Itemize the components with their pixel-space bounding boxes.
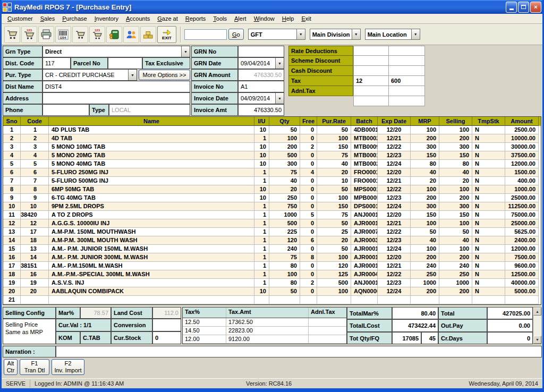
grid-cell[interactable] bbox=[254, 296, 269, 304]
grid-row[interactable]: 445 MONO 20MG TAB10500075MTB000112/23150… bbox=[3, 151, 541, 160]
grid-cell[interactable]: 200 bbox=[439, 287, 472, 296]
grid-row[interactable]: 1816A.M.-P.M.-SPECIAL 300ML M.WASH110001… bbox=[3, 270, 541, 279]
grid-cell[interactable]: 1 bbox=[254, 202, 269, 211]
grid-cell[interactable]: 10 bbox=[254, 151, 269, 160]
grid-cell[interactable]: 5 MONO 40MG TAB bbox=[49, 160, 254, 168]
grid-cell[interactable]: 19 bbox=[21, 279, 49, 287]
grid-cell[interactable]: 9PM 2.5ML DROPS bbox=[49, 202, 254, 211]
summary-scrollbar[interactable]: ▲ ▼ bbox=[533, 307, 542, 344]
grid-cell[interactable]: 12 bbox=[3, 219, 21, 228]
grid-cell[interactable]: 20 bbox=[411, 177, 439, 185]
grid-cell[interactable]: A.M-P.M. 150ML MOUTHWASH bbox=[49, 228, 254, 236]
grid-cell[interactable]: 12/23 bbox=[378, 236, 411, 245]
grid-cell[interactable]: 50 bbox=[317, 219, 351, 228]
grid-cell[interactable]: 40 bbox=[411, 168, 439, 177]
grid-cell[interactable]: 16 bbox=[3, 253, 21, 262]
grid-row[interactable]: 1738151A.M.- P.M.150ML M.WASH1800120AJR0… bbox=[3, 262, 541, 270]
grid-cell[interactable]: 9600.00 bbox=[505, 262, 539, 270]
grid-cell[interactable]: 6-TG 40MG TAB bbox=[49, 194, 254, 202]
grid-cell[interactable]: 38420 bbox=[21, 211, 49, 219]
grid-cell[interactable]: MTB0002 bbox=[351, 134, 378, 143]
grid-cell[interactable]: N bbox=[472, 279, 505, 287]
grid-cell[interactable]: 100 bbox=[317, 194, 351, 202]
grid-cell[interactable]: N bbox=[472, 143, 505, 151]
grid-cell[interactable] bbox=[300, 296, 317, 304]
grid-cell[interactable]: 125 bbox=[317, 270, 351, 279]
grid-cell[interactable]: 2500.00 bbox=[505, 126, 539, 134]
grid-cell[interactable]: 10000.00 bbox=[505, 134, 539, 143]
grid-cell[interactable]: 10 bbox=[254, 287, 269, 296]
chevron-down-icon[interactable]: ▼ bbox=[128, 70, 137, 80]
grid-cell[interactable]: 1000 bbox=[439, 279, 472, 287]
grid-cell[interactable]: 80 bbox=[439, 160, 472, 168]
grid-cell[interactable]: 12/22 bbox=[378, 185, 411, 194]
grid-cell[interactable]: N bbox=[472, 134, 505, 143]
grid-cell[interactable]: 12/21 bbox=[378, 177, 411, 185]
grid-cell[interactable]: AJR0001 bbox=[351, 245, 378, 253]
grid-row[interactable]: 996-TG 40MG TAB102500100MPB000512/232002… bbox=[3, 194, 541, 202]
grid-cell[interactable]: 240 bbox=[439, 262, 472, 270]
go-button[interactable]: Go bbox=[228, 29, 244, 40]
grid-cell[interactable]: AJR0003 bbox=[351, 236, 378, 245]
grid-cell[interactable]: 50 bbox=[317, 245, 351, 253]
grid-cell[interactable]: N bbox=[472, 287, 505, 296]
grid-cell[interactable]: 0 bbox=[300, 185, 317, 194]
grid-cell[interactable]: 12/21 bbox=[378, 134, 411, 143]
grid-cell[interactable]: A.M.- P.M. JUNIOR 300ML M.WASH bbox=[49, 253, 254, 262]
grid-row[interactable]: 114D PLUS TAB10500504DB000112/20100100N2… bbox=[3, 126, 541, 134]
grid-cell[interactable]: 120 bbox=[269, 236, 300, 245]
grid-cell[interactable]: N bbox=[472, 245, 505, 253]
grid-cell[interactable]: 225 bbox=[269, 228, 300, 236]
grid-cell[interactable]: 5-FLURO 500MG INJ bbox=[49, 177, 254, 185]
grid-row[interactable]: 886MP 50MG TAB1020050MPS000112/22100100N… bbox=[3, 185, 541, 194]
grid-cell[interactable]: 400.00 bbox=[505, 177, 539, 185]
grid-cell[interactable]: 0 bbox=[300, 194, 317, 202]
grid-cell[interactable]: 300 bbox=[439, 143, 472, 151]
grid-cell[interactable]: 40000.00 bbox=[505, 279, 539, 287]
grid-cell[interactable]: 40 bbox=[439, 168, 472, 177]
fn-button-f1[interactable]: F1Tran Dtl bbox=[20, 359, 49, 375]
grid-cell[interactable]: 250 bbox=[411, 270, 439, 279]
grid-cell[interactable]: 6 bbox=[3, 168, 21, 177]
grid-cell[interactable]: 100 bbox=[439, 219, 472, 228]
grid-cell[interactable]: ANJ0001 bbox=[351, 279, 378, 287]
grid-cell[interactable]: 0 bbox=[300, 245, 317, 253]
grid-cell[interactable]: 300 bbox=[411, 143, 439, 151]
deduction-value-1[interactable] bbox=[353, 86, 389, 96]
chevron-down-icon[interactable]: ▼ bbox=[275, 93, 284, 104]
deduction-value-1[interactable] bbox=[353, 66, 389, 76]
grid-cell[interactable]: 4DB0001 bbox=[351, 126, 378, 134]
grid-cell[interactable]: 9 bbox=[3, 194, 21, 202]
grid-cell[interactable]: 5625.00 bbox=[505, 228, 539, 236]
grid-cell[interactable]: 12/23 bbox=[378, 194, 411, 202]
menu-item-window[interactable]: Window bbox=[250, 14, 278, 23]
grid-row[interactable]: 335 MONO 10MG TAB102002150MTB000912/2230… bbox=[3, 143, 541, 151]
grid-cell[interactable]: 8 bbox=[3, 185, 21, 194]
grid-cell[interactable]: N bbox=[472, 202, 505, 211]
grid-cell[interactable]: 12500.00 bbox=[505, 270, 539, 279]
grid-cell[interactable]: 200 bbox=[411, 194, 439, 202]
grid-cell[interactable]: N bbox=[472, 126, 505, 134]
grid-cell[interactable]: 0 bbox=[300, 270, 317, 279]
grid-cell[interactable]: 75 bbox=[317, 211, 351, 219]
scroll-up-icon[interactable]: ▲ bbox=[533, 308, 541, 316]
dist-name-field[interactable]: DIST4 bbox=[42, 81, 190, 92]
grid-cell[interactable]: 12/21 bbox=[378, 262, 411, 270]
grid-cell[interactable]: FRO0001 bbox=[351, 177, 378, 185]
grid-cell[interactable]: 12/24 bbox=[378, 160, 411, 168]
menu-item-tools[interactable]: Tools bbox=[209, 14, 231, 23]
users-icon[interactable] bbox=[123, 26, 139, 43]
grid-cell[interactable]: AQN0000 bbox=[351, 287, 378, 296]
grid-cell[interactable]: 100 bbox=[439, 245, 472, 253]
grid-cell[interactable]: 25000.00 bbox=[505, 219, 539, 228]
grid-cell[interactable]: 1000 bbox=[411, 279, 439, 287]
grid-cell[interactable]: 0 bbox=[300, 177, 317, 185]
grid-row[interactable]: 224D TAB11000100MTB000212/21200200N10000… bbox=[3, 134, 541, 143]
grid-cell[interactable]: 17 bbox=[3, 262, 21, 270]
chevron-down-icon[interactable]: ▼ bbox=[181, 46, 190, 57]
grid-cell[interactable] bbox=[378, 296, 411, 304]
grn-no-field[interactable] bbox=[238, 46, 284, 57]
grid-cell[interactable]: AJR0001 bbox=[351, 219, 378, 228]
grid-cell[interactable]: 20 bbox=[269, 185, 300, 194]
grid-cell[interactable] bbox=[317, 296, 351, 304]
